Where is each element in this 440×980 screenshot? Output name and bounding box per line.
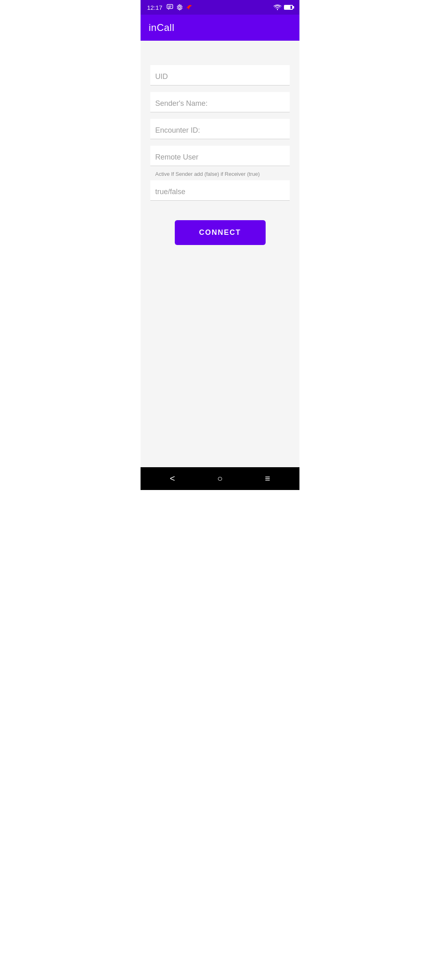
app-header: inCall [141,15,299,41]
true-false-input[interactable] [155,188,285,196]
app-title: inCall [149,22,174,33]
home-icon: ○ [217,473,222,484]
encounter-id-field-container [150,119,290,139]
connect-button-wrapper: CONNECT [150,220,290,245]
menu-button[interactable]: ≡ [255,469,280,488]
status-icons [167,4,193,11]
status-time: 12:17 [147,4,163,11]
svg-rect-0 [167,4,173,9]
true-false-field-container [150,180,290,201]
wifi-icon [273,4,282,10]
remote-user-field-container [150,146,290,166]
uid-input[interactable] [155,72,285,81]
home-button[interactable]: ○ [207,469,232,488]
encounter-id-input[interactable] [155,126,285,135]
status-bar: 12:17 [141,0,299,15]
helper-text: Active If Sender add (false) if Receiver… [150,169,290,177]
back-button[interactable]: < [160,469,185,488]
back-icon: < [170,473,175,484]
status-bar-right [273,4,293,10]
svg-point-3 [178,7,180,9]
bottom-nav: < ○ ≡ [141,467,299,490]
senders-name-field-container [150,92,290,112]
battery-icon [284,5,293,10]
uid-field-container [150,65,290,85]
remote-user-input[interactable] [155,153,285,162]
menu-icon: ≡ [265,473,270,484]
main-content: Active If Sender add (false) if Receiver… [141,41,299,467]
chat-icon [167,4,174,11]
status-bar-left: 12:17 [147,4,193,11]
settings-icon [176,4,183,11]
airtel-icon [185,4,193,11]
connect-button[interactable]: CONNECT [175,220,266,245]
senders-name-input[interactable] [155,99,285,108]
